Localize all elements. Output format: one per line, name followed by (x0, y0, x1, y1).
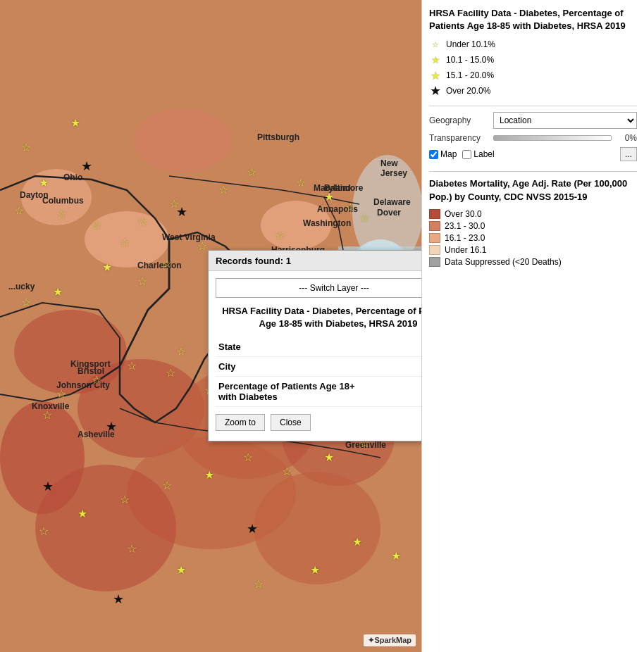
mortality-color-over-30 (429, 209, 440, 219)
percentage-value: 24.61 (363, 377, 421, 407)
legend-label-over-20: Over 20.0% (446, 86, 490, 96)
legend-item-under-10: ☆ Under 10.1% (429, 38, 637, 51)
mortality-color-23-30 (429, 221, 440, 231)
legend-label-10-15: 10.1 - 15.0% (446, 55, 494, 65)
legend-item-10-15: ★ 10.1 - 15.0% (429, 54, 637, 66)
table-row-city: City GARY (216, 357, 421, 377)
legend-label-under-10: Under 10.1% (446, 39, 495, 49)
popup-data-table: State WV City GARY Percentage of Patient… (216, 337, 421, 407)
transparency-value: 0% (616, 133, 637, 143)
mortality-item-23-30: 23.1 - 30.0 (429, 221, 637, 231)
geography-label: Geography (429, 115, 489, 125)
state-value: WV (363, 337, 421, 357)
sparkmap-watermark: ✦SparkMap (364, 634, 416, 646)
map-label-control: Map Label ... (429, 147, 637, 161)
hrsa-legend-title: HRSA Facility Data - Diabetes, Percentag… (429, 7, 637, 32)
geography-control: Geography Location (429, 112, 637, 129)
svg-point-18 (35, 465, 176, 591)
zoom-to-button[interactable]: Zoom to (216, 414, 265, 431)
mortality-item-suppressed: Data Suppressed (<20 Deaths) (429, 257, 637, 267)
legend-icon-under-10: ☆ (429, 38, 442, 51)
divider-1 (429, 106, 637, 106)
city-label: City (216, 357, 363, 377)
divider-2 (429, 171, 637, 172)
map-checkbox-text: Map (440, 149, 457, 159)
transparency-slider[interactable] (493, 135, 612, 141)
popup-title: Records found: 1 (216, 256, 291, 266)
mortality-label-over-30: Over 30.0 (445, 209, 482, 219)
checkbox-row: Map Label (429, 149, 495, 159)
popup-header: Records found: 1 — ✕ (209, 251, 421, 271)
popup-body: --- Switch Layer --- HRSA Facility Data … (209, 271, 421, 441)
percentage-label: Percentage of Patients Age 18+ with Diab… (216, 377, 363, 407)
right-panel: HRSA Facility Data - Diabetes, Percentag… (421, 0, 644, 652)
transparency-control: Transparency 0% (429, 133, 637, 143)
mortality-item-under-16: Under 16.1 (429, 245, 637, 255)
map-checkbox-label[interactable]: Map (429, 149, 457, 159)
legend-item-over-20: ★ Over 20.0% (429, 84, 637, 97)
label-checkbox-label[interactable]: Label (462, 149, 494, 159)
mortality-color-under-16 (429, 245, 440, 255)
geography-select[interactable]: Location (493, 112, 637, 129)
legend-icon-10-15: ★ (429, 54, 442, 66)
popup-section-title: HRSA Facility Data - Diabetes, Percentag… (216, 305, 421, 330)
map-checkbox[interactable] (429, 150, 438, 159)
legend-label-15-20: 15.1 - 20.0% (446, 70, 494, 80)
label-checkbox-text: Label (473, 149, 494, 159)
close-button[interactable]: Close (271, 414, 311, 431)
legend-icon-15-20: ★ (429, 69, 442, 82)
mortality-color-suppressed (429, 257, 440, 267)
popup-footer: Zoom to Close (216, 414, 421, 434)
mortality-item-over-30: Over 30.0 (429, 209, 637, 219)
record-popup: Records found: 1 — ✕ --- Switch Layer --… (208, 250, 421, 441)
more-button[interactable]: ... (620, 147, 637, 161)
city-value: GARY (363, 357, 421, 377)
table-row-percentage: Percentage of Patients Age 18+ with Diab… (216, 377, 421, 407)
legend-icon-over-20: ★ (429, 84, 442, 97)
mortality-label-under-16: Under 16.1 (445, 245, 486, 255)
layer-select[interactable]: --- Switch Layer --- (216, 278, 421, 298)
transparency-label: Transparency (429, 133, 489, 143)
label-checkbox[interactable] (462, 150, 471, 159)
map-area[interactable]: Ohio West Virginia Maryland Dayton Pitts… (0, 0, 421, 652)
svg-point-2 (261, 201, 331, 250)
legend-item-15-20: ★ 15.1 - 20.0% (429, 69, 637, 82)
mortality-color-16-23 (429, 233, 440, 243)
svg-point-6 (134, 109, 233, 173)
mortality-label-suppressed: Data Suppressed (<20 Deaths) (445, 257, 562, 267)
mortality-label-16-23: 16.1 - 23.0 (445, 233, 485, 243)
state-label: State (216, 337, 363, 357)
table-row-state: State WV (216, 337, 421, 357)
mortality-item-16-23: 16.1 - 23.0 (429, 233, 637, 243)
mortality-legend-title: Diabetes Mortality, Age Adj. Rate (Per 1… (429, 177, 637, 203)
mortality-label-23-30: 23.1 - 30.0 (445, 221, 485, 231)
svg-point-19 (254, 472, 380, 584)
